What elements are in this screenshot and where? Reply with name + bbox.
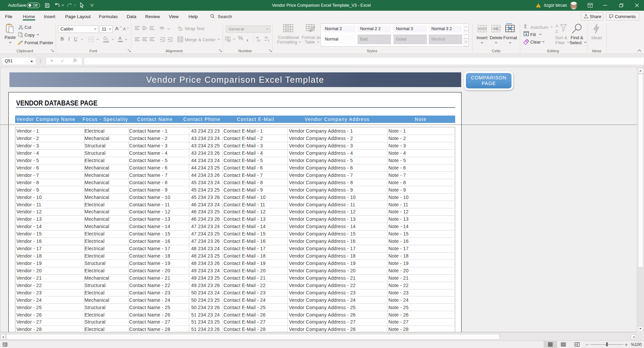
svg-text:Z: Z	[555, 29, 558, 34]
svg-text:ab: ab	[160, 26, 164, 29]
svg-text:A: A	[555, 23, 558, 28]
